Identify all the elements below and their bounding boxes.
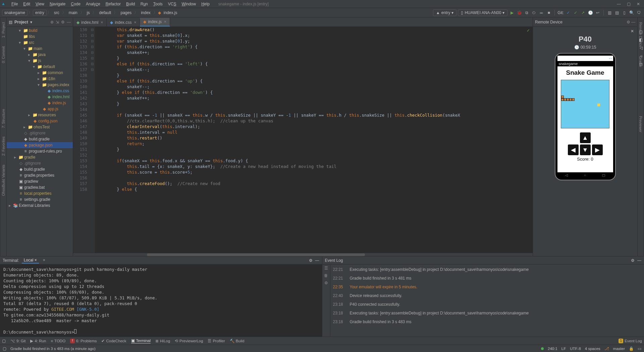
tree-item[interactable]: ≡settings.gradle	[7, 196, 73, 202]
tree-item[interactable]: ◆config.json	[7, 118, 73, 124]
indent[interactable]: 4 spaces	[585, 347, 600, 351]
event-log-button[interactable]: 1Event Log	[619, 339, 642, 343]
toolstrip-toggle[interactable]: ▢	[2, 339, 6, 343]
recent-icon[interactable]: ◻	[639, 62, 643, 66]
hide-icon[interactable]: —	[631, 20, 635, 24]
crumb-2[interactable]: src	[52, 10, 61, 15]
tool-codecheck[interactable]: ✔CodeCheck	[101, 338, 126, 344]
notify-icon[interactable]: 🗨	[636, 10, 642, 16]
tool-hilog[interactable]: ≣HiLog	[155, 338, 170, 344]
tab-index-hml[interactable]: ◆index.hml×	[73, 18, 107, 26]
tree-item[interactable]: ◆app.js	[7, 106, 73, 112]
tree-item[interactable]: ◆index.css	[7, 88, 73, 94]
menu-vcs[interactable]: VCS	[165, 2, 179, 6]
git-push-icon[interactable]: ↗	[580, 10, 586, 16]
run-config-combo[interactable]: ▲ entry ▾	[433, 9, 457, 16]
close-icon[interactable]: ×	[134, 20, 136, 25]
settings-icon[interactable]: ⚙	[324, 281, 328, 285]
git-update-icon[interactable]: ✓	[565, 10, 571, 16]
menu-navigate[interactable]: Navigate	[47, 2, 68, 6]
tool-terminal[interactable]: ▣Terminal	[131, 338, 151, 344]
menu-help[interactable]: Help	[199, 2, 212, 6]
phone-navbar[interactable]: ◁○▢	[557, 172, 613, 178]
tree-item[interactable]: ▣gradlew.bat	[7, 184, 73, 190]
project-view-dropdown[interactable]: ▾	[30, 20, 32, 24]
git-rollback-icon[interactable]: ↩	[595, 10, 601, 16]
tool-run[interactable]: ▶4: Run	[30, 338, 46, 344]
hide-icon[interactable]: —	[637, 258, 641, 263]
tree-item[interactable]: ◆package.json	[7, 142, 73, 148]
device-combo[interactable]: ▯ HUAWEI ANA-AN00 ▾	[458, 9, 507, 16]
minimize-icon[interactable]: —	[617, 2, 621, 6]
tab-index-css[interactable]: ◆index.css×	[107, 18, 140, 26]
locate-icon[interactable]: ⊕	[50, 20, 54, 24]
crumb-3[interactable]: main	[67, 10, 79, 15]
game-board[interactable]	[561, 80, 609, 128]
expand-icon[interactable]: ⇲	[56, 20, 59, 24]
terminal-tab-local[interactable]: Local ×	[22, 257, 39, 263]
terminal-tab-add[interactable]: +	[41, 257, 47, 263]
left-tab-structure[interactable]: 7: Structure	[1, 107, 5, 130]
menu-view[interactable]: View	[33, 2, 47, 6]
tree-item[interactable]: ▸📁ohosTest	[7, 124, 73, 130]
debug-icon[interactable]: 🐞	[516, 10, 522, 16]
left-tab-ohos[interactable]: OhosBuild Variants	[1, 163, 5, 198]
right-tab-preview[interactable]: Previewer	[639, 114, 643, 134]
tree-item[interactable]: ≡local.properties	[7, 190, 73, 196]
event-row[interactable]: 22:21Executing tasks: [entry:assembleDeb…	[333, 265, 642, 274]
profile-icon[interactable]: ⏲	[531, 10, 537, 16]
crumb-8[interactable]: index.js	[162, 10, 179, 15]
crumb-6[interactable]: pages	[118, 10, 133, 15]
editor-scrollbar[interactable]	[73, 253, 533, 256]
tree-item[interactable]: ◆index.js	[7, 100, 73, 106]
gear-icon[interactable]: ⚙	[309, 258, 313, 263]
tree-item[interactable]: ▸📁i18n	[7, 76, 73, 82]
menu-analyze[interactable]: Analyze	[83, 2, 103, 6]
menu-build[interactable]: Build	[123, 2, 138, 6]
dpad-right[interactable]: ▶	[592, 144, 603, 155]
tool-todo[interactable]: ≡TODO	[51, 338, 65, 344]
close-icon[interactable]: ×	[101, 20, 103, 25]
event-log-body[interactable]: 22:21Executing tasks: [entry:assembleDeb…	[330, 265, 644, 337]
avd-icon[interactable]: ▯	[621, 10, 627, 16]
event-row[interactable]: 23:18Executing tasks: [entry:assembleDeb…	[333, 309, 642, 317]
crumb-4[interactable]: js	[85, 10, 92, 15]
left-tab-favorites[interactable]: 2: Favorites	[1, 134, 5, 158]
git-history-icon[interactable]: 🕓	[587, 10, 593, 16]
event-row[interactable]: 22:40Device released successfully.	[333, 291, 642, 300]
tree-item[interactable]: ◇.gitignore	[7, 130, 73, 136]
tab-index-js[interactable]: ◆index.js×	[140, 18, 170, 26]
dpad-up[interactable]: ▲	[580, 132, 591, 143]
menu-code[interactable]: Code	[68, 2, 83, 6]
search-icon[interactable]: 🔍	[629, 10, 635, 16]
git-commit-icon[interactable]: ✓	[573, 10, 579, 16]
attach-icon[interactable]: ⫘	[538, 10, 544, 16]
cursor-position[interactable]: 240:1	[548, 347, 557, 351]
dpad-left[interactable]: ◀	[568, 144, 579, 155]
tool-problems[interactable]: !6: Problems	[70, 338, 97, 344]
maximize-icon[interactable]: ▢	[627, 2, 631, 6]
gear-icon[interactable]: ⚙	[61, 20, 65, 24]
back-icon[interactable]: ◁	[640, 46, 643, 50]
tree-item[interactable]: ◆index.hml	[7, 94, 73, 100]
tool-git[interactable]: ⌥9: Git	[10, 338, 25, 344]
tree-item[interactable]: ≡gradle.properties	[7, 172, 73, 178]
menu-file[interactable]: File	[9, 2, 20, 6]
home-icon[interactable]: ○	[640, 54, 643, 58]
event-row[interactable]: 22:35Your emulator will expire in 5 minu…	[333, 283, 642, 291]
hide-icon[interactable]: —	[315, 258, 319, 263]
tree-item[interactable]: ◆build.gradle	[7, 166, 73, 172]
menu-run[interactable]: Run	[138, 2, 151, 6]
hide-icon[interactable]: —	[67, 20, 71, 24]
encoding[interactable]: UTF-8	[570, 347, 581, 351]
menu-refactor[interactable]: Refactor	[103, 2, 123, 6]
lock-icon[interactable]: 🔒	[629, 346, 634, 351]
close-icon[interactable]: ×	[164, 19, 166, 24]
tree-item[interactable]: ▸📁gradle	[7, 154, 73, 160]
tool-icon-2[interactable]: ▤	[614, 10, 620, 16]
screenshot-icon[interactable]: ◧	[639, 38, 643, 42]
mem-icon[interactable]: ▭	[638, 346, 641, 351]
close-icon[interactable]: ✕	[637, 2, 640, 6]
tree-item[interactable]: ▸📚External Libraries	[7, 202, 73, 209]
tool-profiler[interactable]: ☰Profiler	[208, 338, 225, 344]
